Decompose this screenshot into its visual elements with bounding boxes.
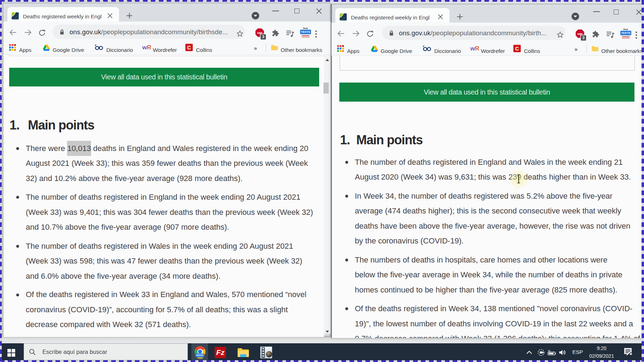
- svg-text:ABP: ABP: [577, 33, 583, 35]
- svg-text:ABP: ABP: [257, 32, 262, 34]
